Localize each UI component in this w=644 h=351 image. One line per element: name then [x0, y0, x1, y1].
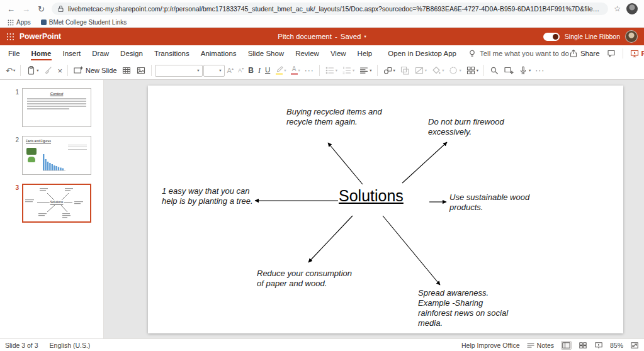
thumbnail-slide-3[interactable]: 3	[10, 184, 103, 223]
back-icon[interactable]: ←	[6, 4, 16, 14]
thumbnail-preview[interactable]: Solutions	[22, 184, 91, 223]
zoom-level[interactable]: 85%	[610, 342, 623, 349]
slide-3-canvas[interactable]: Solutions Buying recycled items and recy…	[148, 86, 623, 333]
slide-label-right[interactable]: Use sustainable wood products.	[449, 192, 529, 213]
shrink-font-button[interactable]: A▾	[236, 66, 246, 75]
present-button[interactable]: Present ▾	[630, 49, 644, 58]
slide-title-textbox[interactable]: Solutions	[339, 187, 404, 205]
thumb1-title: Context	[23, 92, 91, 96]
tab-draw[interactable]: Draw	[86, 47, 115, 60]
thumbnail-preview[interactable]: Facts and Figures	[22, 136, 91, 175]
comments-button[interactable]	[607, 49, 616, 58]
notes-toggle[interactable]: Notes	[527, 342, 554, 349]
slide-label-bottom-left[interactable]: Reduce your consumption of paper and woo…	[257, 269, 352, 289]
arrow-to-top-left[interactable]	[328, 143, 363, 184]
more-font-options-button[interactable]: ···	[303, 65, 316, 75]
dictate-button[interactable]: ▾	[516, 64, 533, 77]
delete-button[interactable]: ×	[55, 65, 64, 76]
divider	[483, 65, 484, 76]
slide-number: 1	[10, 88, 19, 127]
document-title[interactable]: Pitch docuement - Saved ▾	[278, 33, 366, 40]
slide-label-top-left[interactable]: Buying recycled items and recycle them a…	[286, 107, 382, 127]
thumbnail-slide-2[interactable]: 2 Facts and Figures	[10, 136, 103, 175]
font-name-select[interactable]: ▾	[155, 65, 203, 77]
shapes-button[interactable]: ▾	[381, 64, 397, 77]
open-in-desktop-button[interactable]: Open in Desktop App	[388, 50, 456, 57]
slide-sorter-view-button[interactable]	[579, 342, 587, 349]
address-bar[interactable]: livebmetcac-my.sharepoint.com/:p:/r/pers…	[52, 3, 608, 15]
table-button[interactable]	[120, 64, 133, 77]
thumbnail-preview[interactable]: Context	[22, 88, 91, 127]
numbering-button[interactable]: ▾	[340, 64, 356, 77]
designer-button[interactable]	[502, 64, 516, 77]
normal-view-button[interactable]	[561, 341, 572, 350]
slide-indicator[interactable]: Slide 3 of 3	[5, 342, 38, 349]
divider	[319, 65, 320, 76]
tab-view[interactable]: View	[325, 47, 352, 60]
fit-slide-button[interactable]	[630, 342, 639, 349]
tab-home[interactable]: Home	[26, 47, 57, 60]
help-improve-office-link[interactable]: Help Improve Office	[461, 342, 520, 349]
quick-styles-button[interactable]: ▾	[412, 64, 429, 77]
bookmarks-bar: Apps BMet College Student Links	[0, 18, 644, 28]
tab-help[interactable]: Help	[352, 47, 378, 60]
shape-fill-button[interactable]: ▾	[429, 64, 446, 77]
waffle-icon[interactable]	[6, 33, 14, 41]
tab-animations[interactable]: Animations	[195, 47, 242, 60]
format-painter-button[interactable]	[41, 64, 55, 77]
tell-me-button[interactable]: Tell me what you want to do	[468, 49, 569, 58]
slide-number: 2	[10, 136, 19, 175]
more-ribbon-button[interactable]: ···	[533, 65, 546, 75]
bookmark-bmet[interactable]: BMet College Student Links	[41, 19, 127, 26]
font-color-button[interactable]: A▾	[289, 65, 302, 76]
tab-review[interactable]: Review	[290, 47, 325, 60]
arrow-to-top-right[interactable]	[402, 142, 447, 183]
slide-label-top-right[interactable]: Do not burn firewood excessively.	[428, 117, 504, 137]
slide-label-left[interactable]: 1 easy way that you can help is by plant…	[162, 186, 253, 206]
thumbnail-slide-1[interactable]: 1 Context	[10, 88, 103, 127]
forward-icon[interactable]: →	[21, 4, 31, 14]
shape-outline-icon	[448, 65, 458, 75]
new-slide-button[interactable]: New Slide	[71, 64, 119, 77]
reload-icon[interactable]: ↻	[37, 4, 46, 14]
language-indicator[interactable]: English (U.S.)	[50, 342, 91, 349]
normal-view-icon	[562, 342, 570, 348]
profile-avatar[interactable]	[625, 30, 638, 43]
font-size-select[interactable]: ▾	[203, 65, 225, 77]
selection-pane-button[interactable]: ▾	[464, 64, 480, 77]
arrow-to-bottom-right[interactable]	[383, 216, 440, 285]
arrow-to-bottom-left[interactable]	[308, 216, 353, 262]
undo-button[interactable]: ↶▾	[4, 65, 17, 76]
align-button[interactable]: ▾	[357, 64, 373, 77]
picture-icon	[136, 65, 146, 75]
paste-button[interactable]: ▾	[24, 64, 40, 77]
underline-button[interactable]: U	[263, 65, 272, 75]
bookmark-apps[interactable]: Apps	[8, 19, 31, 26]
share-label: Share	[580, 50, 600, 57]
title-dash: -	[335, 33, 337, 40]
shape-outline-button[interactable]: ▾	[446, 64, 463, 77]
app-name[interactable]: PowerPoint	[20, 32, 61, 41]
browser-profile-avatar[interactable]	[626, 3, 638, 14]
picture-button[interactable]	[134, 64, 148, 77]
bullets-button[interactable]: ▾	[323, 64, 339, 77]
tab-slide-show[interactable]: Slide Show	[242, 47, 290, 60]
editing-canvas[interactable]: Solutions Buying recycled items and recy…	[104, 80, 644, 338]
tab-file[interactable]: File	[3, 47, 26, 60]
slide-label-bottom-right[interactable]: Spread awareness. Example -Sharing rainf…	[418, 288, 508, 328]
tab-transitions[interactable]: Transitions	[149, 47, 195, 60]
highlight-button[interactable]: ▾	[273, 65, 288, 76]
share-button[interactable]: Share	[569, 49, 600, 58]
bold-button[interactable]: B	[246, 65, 256, 75]
bookmark-apps-label: Apps	[16, 19, 31, 26]
tab-design[interactable]: Design	[115, 47, 149, 60]
shape-fill-icon	[431, 65, 441, 75]
find-button[interactable]	[487, 64, 501, 77]
arrange-button[interactable]	[398, 64, 412, 77]
italic-button[interactable]: I	[256, 65, 263, 75]
grow-font-button[interactable]: A▴	[225, 66, 235, 75]
single-line-ribbon-toggle[interactable]	[543, 33, 560, 41]
slideshow-view-button[interactable]	[594, 342, 603, 349]
bookmark-star-icon[interactable]: ☆	[614, 4, 621, 13]
tab-insert[interactable]: Insert	[57, 47, 86, 60]
